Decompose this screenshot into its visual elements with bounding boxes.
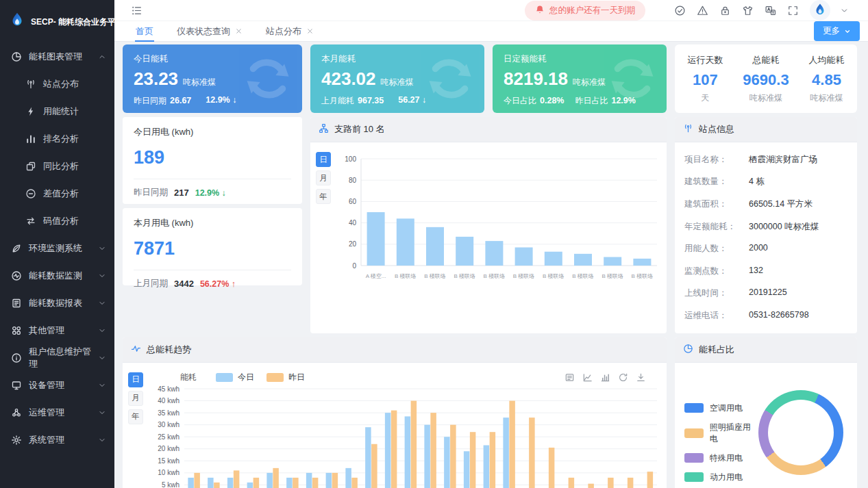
svg-text:20 kwh: 20 kwh: [158, 445, 179, 452]
energy-trend-chart[interactable]: 0 kwh5 kwh10 kwh15 kwh20 kwh25 kwh30 kwh…: [146, 383, 667, 488]
donut-legend-item-1[interactable]: 照明插座用电: [684, 422, 758, 445]
svg-text:B 楼联络: B 楼联络: [572, 273, 594, 279]
donut-legend-item-3[interactable]: 动力用电: [684, 472, 758, 483]
period-toggle-月[interactable]: 月: [128, 391, 143, 406]
svg-text:35 kwh: 35 kwh: [158, 409, 179, 416]
site-info-value: 132: [749, 266, 763, 277]
tab-home[interactable]: 首页: [124, 21, 165, 41]
site-info-label: 运维电话：: [684, 310, 749, 322]
share-nodes-icon: [319, 123, 329, 133]
close-icon[interactable]: [306, 27, 314, 35]
donut-legend-item-2[interactable]: 特殊用电: [684, 452, 758, 464]
flame-logo-icon: [8, 12, 26, 32]
translate-button[interactable]: [759, 5, 782, 16]
warning-button[interactable]: [691, 5, 714, 16]
trend-y-axis-title: 能耗: [180, 372, 197, 383]
period-toggle-日[interactable]: 日: [316, 152, 331, 167]
lock-button[interactable]: [714, 5, 736, 16]
svg-text:0: 0: [352, 262, 356, 270]
avatar[interactable]: [810, 0, 830, 21]
period-toggle-年[interactable]: 年: [128, 409, 143, 424]
chevron-down-icon: [98, 326, 106, 335]
period-toggle-日[interactable]: 日: [128, 372, 143, 387]
branch-top10-chart[interactable]: 020406080100A 楼空...B 楼联络B 楼联络B 楼联络B 楼联络B…: [334, 142, 667, 287]
period-toggle-年[interactable]: 年: [316, 189, 331, 204]
more-button[interactable]: 更多: [814, 21, 860, 41]
tab-1[interactable]: 仪表状态查询: [165, 21, 254, 41]
site-info-value: 0531-82665798: [749, 310, 809, 322]
line-chart-icon[interactable]: [582, 372, 593, 383]
legend-item-昨日[interactable]: 昨日: [266, 372, 305, 383]
kpi-footer-item: 今日占比0.28%: [504, 95, 564, 107]
ops-icon: [11, 407, 22, 418]
account-expiry-alert[interactable]: 您的账户还有一天到期: [525, 1, 645, 21]
sidebar-menu: 能耗图表管理站点分布用能统计排名分析同比分析差值分析码值分析环境监测系统能耗数据…: [0, 43, 114, 454]
site-info-value: 栖霞湖滨财富广场: [749, 154, 817, 166]
fullscreen-button[interactable]: [782, 5, 804, 16]
gear-icon: [11, 435, 22, 446]
bottom-row: 总能耗趋势 日月年 能耗 今日昨日 0 kwh5 kwh10 kwh15 kwh…: [123, 337, 860, 488]
sidebar-subitem-5[interactable]: 码值分析: [0, 207, 114, 235]
site-info-label: 监测点数：: [684, 266, 749, 277]
sidebar-item-3[interactable]: 能耗数据报表: [0, 290, 114, 317]
sidebar-item-0[interactable]: 能耗图表管理: [0, 43, 114, 70]
today-power-card: 今日用电 (kwh) 189 昨日同期 217 12.9% ↓: [123, 117, 302, 204]
legend-item-今日[interactable]: 今日: [216, 372, 254, 383]
chevron-down-icon: [840, 6, 849, 15]
svg-text:100: 100: [345, 155, 356, 163]
tab-2[interactable]: 站点分布: [254, 21, 325, 41]
legend-swatch: [684, 403, 704, 413]
donut-legend-item-0[interactable]: 空调用电: [684, 402, 758, 414]
translate-icon: [765, 5, 776, 16]
restore-icon[interactable]: [618, 372, 628, 383]
legend-label: 空调用电: [710, 402, 743, 414]
svg-text:B 楼联络: B 楼联络: [454, 273, 475, 279]
lock-icon: [719, 5, 731, 16]
sidebar-item-5[interactable]: 租户信息维护管理: [0, 344, 114, 372]
bar-chart-icon[interactable]: [600, 372, 610, 383]
dashboard-button[interactable]: [669, 5, 691, 16]
stat-label: 运行天数: [687, 54, 723, 66]
ranking-icon: [25, 133, 36, 144]
sidebar-subitem-2[interactable]: 排名分析: [0, 125, 114, 153]
sidebar-subitem-0[interactable]: 站点分布: [0, 70, 114, 98]
sidebar-item-7[interactable]: 运维管理: [0, 399, 114, 426]
month-power-value: 7871: [134, 238, 291, 259]
sidebar-item-label: 其他管理: [29, 324, 64, 337]
site-info-value: 3000000 吨标准煤: [749, 221, 819, 233]
month-power-footer-label: 上月同期: [134, 278, 168, 290]
info-icon: [11, 352, 22, 363]
sidebar-item-8[interactable]: 系统管理: [0, 426, 114, 454]
summary-stats-card: 运行天数107天总能耗9690.3吨标准煤人均能耗4.85吨标准煤: [675, 44, 857, 113]
period-toggle-月[interactable]: 月: [316, 170, 331, 185]
site-info-label: 建筑数量：: [684, 176, 749, 188]
tshirt-button[interactable]: [736, 5, 759, 16]
tab-label: 仪表状态查询: [177, 25, 230, 38]
topbar: 您的账户还有一天到期: [114, 0, 868, 21]
today-power-title: 今日用电 (kwh): [134, 126, 291, 138]
legend-label: 今日: [238, 372, 254, 383]
user-menu-chevron[interactable]: [833, 6, 856, 15]
chevron-down-icon: [98, 244, 106, 253]
grid-icon: [11, 325, 22, 336]
leaf-icon: [11, 243, 22, 254]
sidebar-item-1[interactable]: 环境监测系统: [0, 235, 114, 262]
sidebar-item-6[interactable]: 设备管理: [0, 372, 114, 399]
sidebar-item-2[interactable]: 能耗数据监测: [0, 262, 114, 290]
sidebar-subitem-4[interactable]: 差值分析: [0, 180, 114, 207]
sidebar-subitem-1[interactable]: 用能统计: [0, 98, 114, 125]
menu-collapse-button[interactable]: [125, 5, 148, 16]
close-icon[interactable]: [235, 27, 243, 35]
sidebar-item-4[interactable]: 其他管理: [0, 317, 114, 344]
logo[interactable]: SECP- 能耗综合业务平台: [0, 0, 114, 43]
sidebar-item-label: 用能统计: [43, 105, 79, 118]
chart-toolbox: [565, 372, 646, 383]
kpi-unit: 吨标准煤: [183, 77, 216, 88]
legend-swatch: [684, 453, 704, 463]
data-view-icon[interactable]: [565, 372, 575, 383]
site-info-value: 66505.14 平方米: [749, 198, 813, 210]
site-info-row: 年定额能耗：3000000 吨标准煤: [684, 216, 847, 238]
sidebar-subitem-3[interactable]: 同比分析: [0, 153, 114, 180]
download-icon[interactable]: [636, 372, 646, 383]
energy-share-donut-chart[interactable]: [758, 390, 843, 475]
